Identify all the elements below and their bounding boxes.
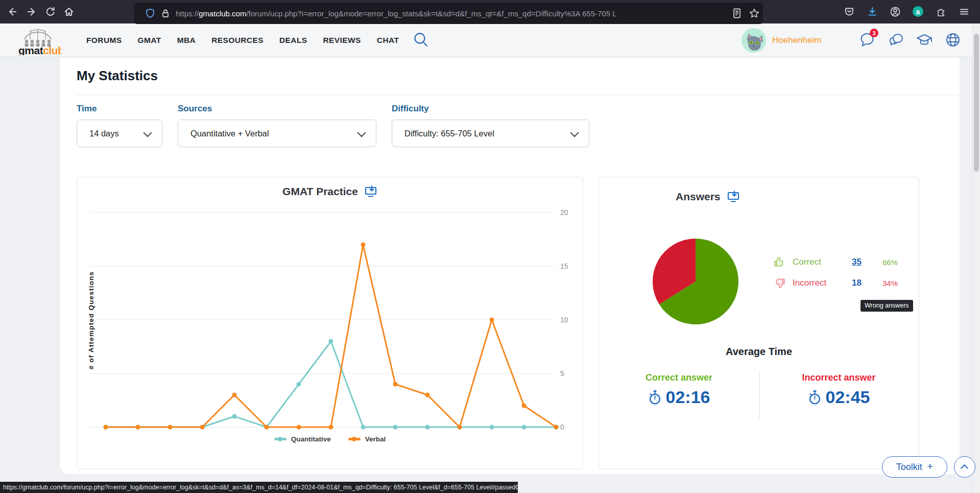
notifications-bubble-icon[interactable]: 3	[859, 31, 875, 49]
gmat-practice-title: GMAT Practice	[282, 185, 358, 198]
nav-chat[interactable]: CHAT	[377, 36, 399, 45]
average-time-columns: Correct answer 02:16 Incorrect answer 02…	[599, 372, 919, 407]
correct-row: Correct 35 66%	[773, 255, 898, 269]
messages-icon[interactable]	[888, 31, 904, 49]
status-url: https://gmatclub.com/forum/ucp.php?i=err…	[3, 484, 518, 491]
toolkit-label: Toolkit	[896, 462, 922, 473]
url-bar[interactable]: https://gmatclub.com/forum/ucp.php?i=err…	[134, 3, 763, 24]
sources-select-value: Quantitative + Verbal	[190, 129, 269, 138]
header-icons: 3	[859, 31, 961, 49]
menu-hamburger-icon[interactable]	[959, 6, 970, 17]
svg-text:5: 5	[560, 369, 564, 378]
bookmark-star-icon[interactable]	[749, 8, 760, 19]
gmat-practice-chart: 05101520# of Attempted Questions	[77, 177, 584, 456]
answers-title: Answers	[676, 191, 721, 203]
pocket-icon[interactable]	[844, 6, 855, 17]
nav-resources[interactable]: RESOURCES	[211, 36, 264, 45]
account-icon[interactable]	[890, 6, 901, 17]
logo-gmat: gmat	[18, 44, 43, 55]
chart-download-icon[interactable]	[364, 185, 377, 198]
extensions-puzzle-icon[interactable]	[936, 6, 947, 17]
correct-answer-time: 02:16	[666, 387, 710, 407]
downloads-icon[interactable]	[867, 6, 878, 17]
svg-text:15: 15	[560, 262, 568, 270]
scrollbar-thumb[interactable]	[974, 34, 979, 172]
graduation-cap-icon[interactable]	[916, 31, 933, 49]
time-select[interactable]: 14 days	[77, 120, 162, 147]
forward-icon[interactable]	[26, 6, 37, 17]
nav-forums[interactable]: FORUMS	[86, 36, 122, 45]
thumbs-down-icon	[773, 276, 786, 290]
incorrect-count-link[interactable]: 18	[852, 278, 882, 288]
gmatclub-logo[interactable]: gmatclub	[14, 26, 61, 55]
search-icon[interactable]	[413, 32, 429, 48]
sources-select[interactable]: Quantitative + Verbal	[178, 120, 376, 147]
stopwatch-icon	[808, 390, 822, 405]
time-select-value: 14 days	[89, 129, 119, 138]
url-text[interactable]: https://gmatclub.com/forum/ucp.php?i=err…	[176, 9, 617, 18]
chevron-up-icon	[961, 464, 969, 473]
url-scheme: https://	[176, 9, 199, 18]
difficulty-select[interactable]: Difficulty: 655-705 Level	[392, 120, 589, 147]
reload-icon[interactable]	[45, 6, 56, 17]
url-domain: gmatclub.com	[199, 9, 246, 18]
legend-mark	[348, 438, 361, 440]
incorrect-answer-time: 02:45	[826, 387, 870, 407]
home-icon[interactable]	[63, 6, 75, 17]
reader-view-icon[interactable]	[731, 8, 743, 19]
answers-download-icon[interactable]	[727, 191, 740, 203]
difficulty-select-value: Difficulty: 655-705 Level	[404, 129, 494, 138]
notification-badge[interactable]: 3	[870, 29, 878, 37]
average-time-correct: Correct answer 02:16	[599, 372, 759, 407]
page-title: My Statistics	[77, 68, 158, 84]
legend-mark	[274, 438, 286, 440]
filter-time-label: Time	[77, 104, 162, 114]
correct-answer-label: Correct answer	[646, 372, 712, 383]
toolkit-button[interactable]: Toolkit +	[882, 456, 947, 478]
status-bar: https://gmatclub.com/forum/ucp.php?i=err…	[0, 482, 518, 493]
nav-mba[interactable]: MBA	[177, 36, 196, 45]
nav-reviews[interactable]: REVIEWS	[323, 36, 361, 45]
username[interactable]: Hoehenheim	[772, 35, 821, 45]
globe-language-icon[interactable]	[945, 31, 961, 49]
browser-toolbar: https://gmatclub.com/forum/ucp.php?i=err…	[0, 0, 980, 24]
incorrect-label: Incorrect	[793, 278, 852, 288]
screen: https://gmatclub.com/forum/ucp.php?i=err…	[0, 0, 980, 493]
back-icon[interactable]	[7, 6, 18, 17]
tracking-shield-icon[interactable]	[145, 8, 155, 18]
lock-icon[interactable]	[160, 8, 171, 18]
legend-item-quantitative[interactable]: Quantitative	[274, 435, 331, 443]
incorrect-percent: 34%	[882, 279, 898, 288]
svg-text:0: 0	[560, 423, 564, 431]
toolkit-plus-icon: +	[927, 460, 933, 473]
legend-item-verbal[interactable]: Verbal	[348, 435, 386, 443]
average-time-incorrect: Incorrect answer 02:45	[759, 372, 919, 407]
thumbs-up-icon	[773, 255, 786, 269]
correct-percent: 66%	[882, 258, 898, 267]
correct-count-link[interactable]: 35	[852, 257, 882, 267]
incorrect-row: Incorrect 18 34%	[773, 276, 898, 290]
legend-label: Quantitative	[291, 435, 331, 443]
filter-sources: Sources Quantitative + Verbal	[178, 104, 376, 147]
answers-pie-chart	[644, 230, 747, 333]
url-path: /forum/ucp.php?i=error_log&mode=error_lo…	[246, 9, 616, 18]
extension-a-icon[interactable]: a	[913, 6, 924, 17]
svg-text:20: 20	[560, 208, 568, 217]
answers-card: Answers Correct 35 66% Incorrect 18 34% …	[599, 177, 919, 469]
main-nav: FORUMS GMAT MBA RESOURCES DEALS REVIEWS …	[86, 24, 399, 57]
legend-label: Verbal	[365, 435, 386, 443]
filter-time: Time 14 days	[77, 104, 162, 147]
filter-difficulty-label: Difficulty	[392, 104, 589, 114]
average-time-title: Average Time	[599, 346, 919, 358]
correct-label: Correct	[793, 257, 852, 267]
filter-sources-label: Sources	[178, 104, 376, 114]
svg-text:gmatclub: gmatclub	[18, 44, 61, 55]
svg-text:10: 10	[560, 316, 568, 324]
nav-gmat[interactable]: GMAT	[138, 36, 161, 45]
scroll-to-top-button[interactable]	[954, 456, 975, 478]
nav-deals[interactable]: DEALS	[279, 36, 307, 45]
gmat-practice-card: 05101520# of Attempted Questions GMAT Pr…	[77, 177, 583, 469]
user-avatar[interactable]	[742, 28, 766, 53]
scrollbar[interactable]	[972, 24, 980, 493]
logo-club: club	[43, 44, 61, 55]
